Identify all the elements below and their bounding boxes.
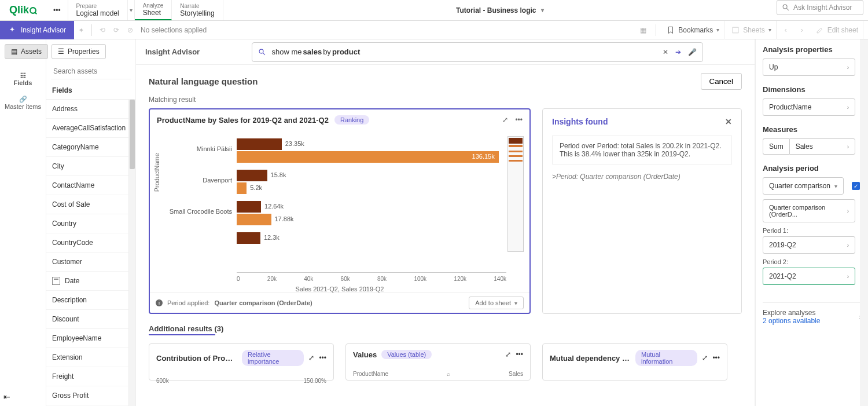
chart-area[interactable]: ProductName Minnki Pälsii23.35k136.15kDa…	[150, 130, 529, 292]
chart-minimap[interactable]	[507, 136, 524, 252]
bar[interactable]	[237, 182, 247, 194]
svg-point-2	[783, 5, 787, 9]
close-insights-icon[interactable]: ✕	[725, 117, 732, 126]
clear-search-icon[interactable]: ✕	[663, 48, 668, 56]
nav-analyze[interactable]: Analyze Sheet	[135, 0, 172, 20]
search-assets-input[interactable]	[51, 64, 131, 79]
ask-insight-input[interactable]: Ask Insight Advisor	[777, 0, 863, 15]
grid-icon[interactable]: ▦	[636, 23, 650, 37]
svg-point-5	[259, 49, 263, 53]
field-item[interactable]: Customer	[46, 253, 128, 272]
properties-tab[interactable]: ☰ Properties	[52, 44, 106, 59]
field-item[interactable]: Discount	[46, 310, 128, 329]
field-item[interactable]: City	[46, 157, 128, 176]
period-detail-select[interactable]: Quarter comparison (OrderD...›	[763, 199, 855, 222]
sheets-button[interactable]: Sheets▾	[727, 21, 776, 39]
card-menu-icon[interactable]: •••	[712, 354, 720, 362]
step-fwd-icon[interactable]: ⟳	[109, 23, 123, 37]
nlq-heading: Natural language question	[149, 76, 258, 86]
cancel-button[interactable]: Cancel	[701, 73, 742, 90]
nav-prepare[interactable]: Prepare Logical model	[68, 0, 128, 20]
sort-direction-select[interactable]: Up›	[763, 58, 855, 76]
options-link[interactable]: 2 options available	[763, 317, 820, 325]
measure-select[interactable]: Sum Sales›	[763, 138, 855, 155]
app-title[interactable]: Tutorial - Business logic▾	[223, 0, 777, 20]
smart-search-icon[interactable]: ⌖	[74, 23, 88, 37]
explore-analyses[interactable]: Explore analyses 2 options available ›	[763, 302, 861, 325]
rail-master-items[interactable]: 🔗 Master items	[0, 91, 46, 115]
right-scrollbar[interactable]	[860, 39, 868, 406]
additional-results-heading: Additional results (3)	[149, 324, 742, 333]
clear-sel-icon[interactable]: ⊘	[123, 23, 137, 37]
insight-advisor-button[interactable]: Insight Advisor	[0, 21, 74, 39]
card-menu-icon[interactable]: •••	[319, 354, 326, 362]
card-menu-icon[interactable]: •••	[515, 116, 523, 124]
expand-icon[interactable]: ⤢	[702, 354, 708, 362]
nl-search-input[interactable]: show me sales by product ✕ ➔ 🎤	[252, 42, 703, 62]
mini-card-mutual[interactable]: Mutual dependency bet... Mutual informat…	[542, 343, 727, 381]
table-search-icon[interactable]: ⌕	[447, 371, 450, 377]
assets-tab[interactable]: ▤ Assets	[5, 44, 48, 59]
bar[interactable]	[237, 151, 499, 163]
bar[interactable]	[237, 170, 267, 181]
bar[interactable]	[237, 138, 282, 150]
bar[interactable]	[237, 232, 260, 244]
sparkle-icon	[8, 26, 16, 34]
field-item[interactable]: Description	[46, 291, 128, 310]
period2-select[interactable]: 2021-Q2›	[763, 268, 855, 285]
bar[interactable]	[237, 201, 261, 213]
bookmarks-button[interactable]: Bookmarks▾	[662, 21, 724, 39]
insights-found-card: Insights found ✕ Period over Period: tot…	[542, 108, 742, 314]
field-item[interactable]: ContactName	[46, 176, 128, 195]
nav-narrate[interactable]: Narrate Storytelling	[172, 0, 223, 20]
edit-sheet-button[interactable]: Edit sheet	[811, 21, 863, 39]
dimension-select[interactable]: ProductName›	[763, 98, 855, 116]
rail-fields[interactable]: ☷ Fields	[0, 67, 46, 91]
prepare-chevron[interactable]: ▾	[128, 0, 135, 20]
field-item[interactable]: Address	[46, 100, 128, 119]
field-item[interactable]: Date	[46, 272, 128, 291]
field-item[interactable]: AverageCallSatisfaction	[46, 119, 128, 138]
submit-search-icon[interactable]: ➔	[675, 48, 681, 56]
insight-advisor-title: Insight Advisor	[145, 47, 200, 56]
period-type-select[interactable]: Quarter comparison▾	[763, 177, 844, 195]
x-axis-label: Sales 2021-Q2, Sales 2019-Q2	[150, 286, 529, 292]
bar-value-label: 5.2k	[250, 184, 262, 191]
mic-icon[interactable]: 🎤	[688, 48, 697, 56]
prev-sheet-icon[interactable]: ‹	[779, 23, 793, 37]
period1-select[interactable]: 2019-Q2›	[763, 236, 855, 254]
card-menu-icon[interactable]: •••	[516, 350, 523, 359]
period-applied-value: Quarter comparison (OrderDate)	[214, 299, 312, 306]
analysis-properties-panel: Analysis properties Up› Dimensions Produ…	[755, 39, 868, 406]
svg-line-3	[786, 8, 789, 10]
expand-icon[interactable]: ⤢	[505, 350, 511, 359]
field-item[interactable]: CategoryName	[46, 138, 128, 157]
mini-card-contribution[interactable]: Contribution of Product... Relative impo…	[149, 343, 334, 381]
period-check-icon[interactable]: ✓	[852, 182, 860, 190]
expand-icon[interactable]: ⤢	[308, 354, 314, 362]
field-item[interactable]: Cost of Sale	[46, 195, 128, 214]
expand-icon[interactable]: ⤢	[502, 116, 508, 124]
bar-value-label: 23.35k	[285, 140, 304, 147]
app-menu-button[interactable]: •••	[46, 0, 68, 20]
bookmark-icon	[667, 26, 675, 34]
field-item[interactable]: Gross Profit	[46, 386, 128, 405]
add-to-sheet-button[interactable]: Add to sheet▾	[469, 297, 524, 309]
field-item[interactable]: CountryCode	[46, 233, 128, 253]
svg-line-6	[263, 53, 265, 55]
link-icon: 🔗	[0, 96, 46, 103]
step-back-icon[interactable]: ⟲	[95, 23, 109, 37]
field-item[interactable]: Freight	[46, 367, 128, 386]
collapse-rail-icon[interactable]: ⇤	[3, 392, 10, 401]
field-item[interactable]: Extension	[46, 348, 128, 367]
mini-card-values[interactable]: Values Values (table) ⤢ ••• ProductName …	[345, 343, 531, 381]
next-sheet-icon[interactable]: ›	[795, 23, 809, 37]
chart-tag: Ranking	[334, 115, 369, 125]
field-item[interactable]: EmployeeName	[46, 329, 128, 348]
period2-label: Period 2:	[763, 258, 868, 265]
fields-scrollbar[interactable]	[128, 100, 135, 406]
field-item[interactable]: Country	[46, 214, 128, 233]
info-icon: i	[156, 299, 163, 306]
search-icon	[782, 3, 790, 12]
bar[interactable]	[237, 214, 271, 225]
